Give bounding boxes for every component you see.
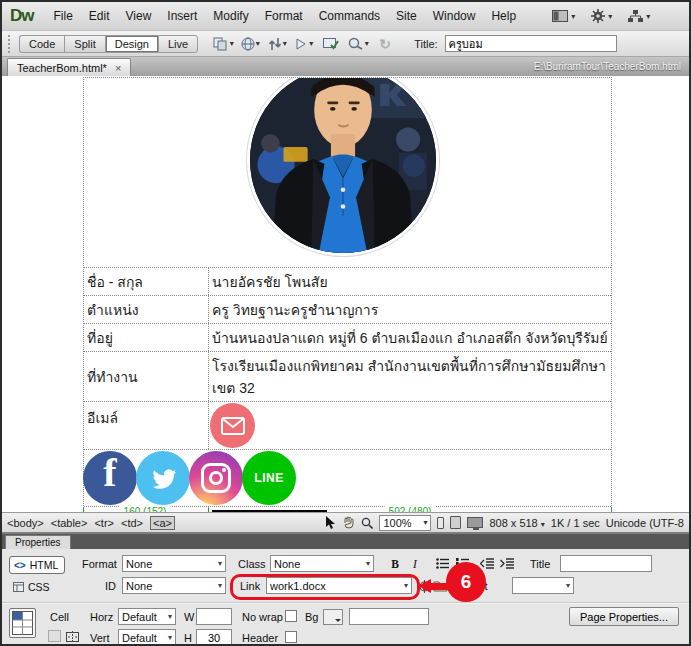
no-wrap-checkbox[interactable] bbox=[285, 610, 297, 622]
instagram-link[interactable] bbox=[189, 451, 243, 505]
menu-window[interactable]: Window bbox=[425, 5, 484, 27]
encoding-indicator: Unicode (UTF-8 bbox=[606, 517, 684, 529]
menu-modify[interactable]: Modify bbox=[205, 5, 256, 27]
zoom-level-select[interactable]: 100% ▾ bbox=[379, 515, 431, 531]
indent-button[interactable] bbox=[498, 555, 515, 571]
code-view-button[interactable]: Code bbox=[19, 35, 64, 53]
menu-view[interactable]: View bbox=[118, 5, 160, 27]
table-row-address[interactable]: ที่อยู่ บ้านหนองปลาแดก หมู่ที่ 6 ตำบลเมื… bbox=[84, 323, 611, 351]
split-view-button[interactable]: Split bbox=[64, 35, 104, 53]
table-row-email[interactable]: อีเมล์ bbox=[84, 401, 611, 449]
cell-label: Cell bbox=[50, 611, 69, 623]
close-icon[interactable]: × bbox=[115, 63, 121, 73]
tag-tr[interactable]: <tr> bbox=[94, 517, 114, 529]
unordered-list-button[interactable] bbox=[434, 555, 451, 571]
menu-format[interactable]: Format bbox=[257, 5, 311, 27]
html-mode-button[interactable]: <> HTML bbox=[9, 556, 65, 574]
cursor-arrow-icon bbox=[325, 516, 336, 529]
w3c-validation-button[interactable] bbox=[319, 34, 343, 54]
merge-cells-button[interactable] bbox=[48, 630, 61, 642]
live-view-options-button[interactable]: ▾ bbox=[292, 34, 316, 54]
tag-table[interactable]: <table> bbox=[51, 517, 88, 529]
profile-photo[interactable] bbox=[247, 78, 439, 256]
site-management-button[interactable]: ▾ bbox=[628, 10, 650, 23]
cell-width-input[interactable] bbox=[196, 608, 232, 625]
tag-td[interactable]: <td> bbox=[121, 517, 143, 529]
table-row-name[interactable]: ชื่อ - สกุล นายอัครชัย โพนสัย bbox=[84, 267, 611, 295]
design-view[interactable]: ชื่อ - สกุล นายอัครชัย โพนสัย ตำแหน่ง คร… bbox=[2, 76, 689, 512]
page-properties-button[interactable]: Page Properties... bbox=[569, 607, 679, 626]
table-width-measure[interactable]: 160 (152) 502 (480) ··· bbox=[83, 506, 612, 512]
inspect-mode-button[interactable]: ▾ bbox=[346, 34, 370, 54]
properties-tab[interactable]: Properties bbox=[5, 535, 71, 549]
dreamweaver-logo: Dw bbox=[10, 6, 34, 26]
tag-selector: <body> <table> <tr> <td> <a> bbox=[7, 516, 175, 530]
document-tab[interactable]: TeacherBom.html* × bbox=[7, 58, 131, 76]
class-value: None bbox=[274, 558, 300, 570]
get-put-files-button[interactable]: ▾ bbox=[265, 34, 289, 54]
tag-body[interactable]: <body> bbox=[7, 517, 44, 529]
document-file-path: E:\BuriramTour\TeacherBom.html bbox=[534, 61, 689, 72]
line-link[interactable]: LINE bbox=[242, 451, 296, 505]
facebook-icon: f bbox=[103, 449, 116, 496]
class-select[interactable]: None▾ bbox=[270, 555, 374, 572]
horz-label: Horz bbox=[90, 611, 113, 623]
column2-width-label: 502 (480) bbox=[385, 506, 436, 512]
split-cell-button[interactable] bbox=[64, 629, 81, 645]
id-select[interactable]: None▾ bbox=[122, 577, 226, 594]
vert-select[interactable]: Default▾ bbox=[118, 629, 176, 646]
menu-edit[interactable]: Edit bbox=[81, 5, 118, 27]
css-mode-button[interactable]: CSS bbox=[9, 578, 65, 596]
vert-value: Default bbox=[122, 632, 157, 644]
chevron-down-icon: ▾ bbox=[218, 581, 222, 590]
menu-help[interactable]: Help bbox=[483, 5, 524, 27]
email-link[interactable] bbox=[210, 403, 255, 448]
column1-width-label: 160 (152) bbox=[120, 506, 171, 512]
tablet-size-button[interactable] bbox=[450, 516, 461, 529]
mobile-size-button[interactable] bbox=[437, 517, 444, 529]
zoom-tool-button[interactable] bbox=[361, 517, 373, 529]
window-size-select[interactable]: 808 x 518 ▾ bbox=[489, 517, 544, 529]
cell-properties-icon bbox=[9, 608, 36, 638]
tag-a-selected[interactable]: <a> bbox=[150, 516, 175, 530]
bold-button[interactable]: B bbox=[386, 555, 404, 572]
select-tool-button[interactable] bbox=[325, 516, 336, 529]
table-row-position[interactable]: ตำแหน่ง ครู วิทยฐานะครูชำนาญการ bbox=[84, 295, 611, 323]
italic-button[interactable]: I bbox=[406, 555, 424, 572]
preview-in-browser-button[interactable]: ▾ bbox=[238, 34, 262, 54]
bg-color-swatch[interactable] bbox=[323, 609, 343, 625]
settings-button[interactable]: ▾ bbox=[591, 9, 612, 23]
bg-color-input[interactable] bbox=[349, 608, 429, 625]
format-label: Format bbox=[82, 558, 116, 570]
facebook-link[interactable]: f bbox=[83, 451, 137, 505]
header-checkbox[interactable] bbox=[285, 631, 297, 643]
twitter-link[interactable] bbox=[136, 451, 190, 505]
menu-site[interactable]: Site bbox=[388, 5, 425, 27]
design-view-button[interactable]: Design bbox=[105, 35, 158, 53]
format-select[interactable]: None▾ bbox=[122, 555, 226, 572]
menu-insert[interactable]: Insert bbox=[159, 5, 205, 27]
chevron-down-icon: ▾ bbox=[168, 612, 172, 621]
menu-file[interactable]: File bbox=[46, 5, 81, 27]
menu-commands[interactable]: Commands bbox=[311, 5, 388, 27]
target-select[interactable]: ▾ bbox=[512, 577, 574, 594]
split-cell-icon bbox=[66, 631, 79, 643]
document-title-input[interactable] bbox=[445, 35, 617, 52]
hand-tool-button[interactable] bbox=[342, 516, 355, 529]
horz-select[interactable]: Default▾ bbox=[118, 608, 176, 625]
table-row-workplace[interactable]: ที่ทำงาน โรงเรียนเมืองแกพิทยาคม สำนักงาน… bbox=[84, 351, 611, 401]
file-management-button[interactable]: ▾ bbox=[211, 34, 235, 54]
refresh-button[interactable]: ↻ bbox=[373, 34, 397, 54]
photo-row bbox=[84, 78, 611, 267]
code-brackets-icon: <> bbox=[14, 560, 26, 571]
desktop-size-button[interactable] bbox=[467, 517, 483, 528]
css-panel-icon bbox=[13, 582, 24, 592]
title-input[interactable] bbox=[560, 555, 652, 572]
globe-icon bbox=[241, 37, 255, 51]
cell-height-input[interactable] bbox=[196, 629, 232, 646]
up-down-arrows-icon bbox=[268, 37, 282, 51]
format-value: None bbox=[126, 558, 152, 570]
live-view-button[interactable]: Live bbox=[158, 35, 198, 53]
link-field-highlight bbox=[230, 574, 420, 600]
workspace-switcher-button[interactable]: ▾ bbox=[552, 10, 575, 22]
